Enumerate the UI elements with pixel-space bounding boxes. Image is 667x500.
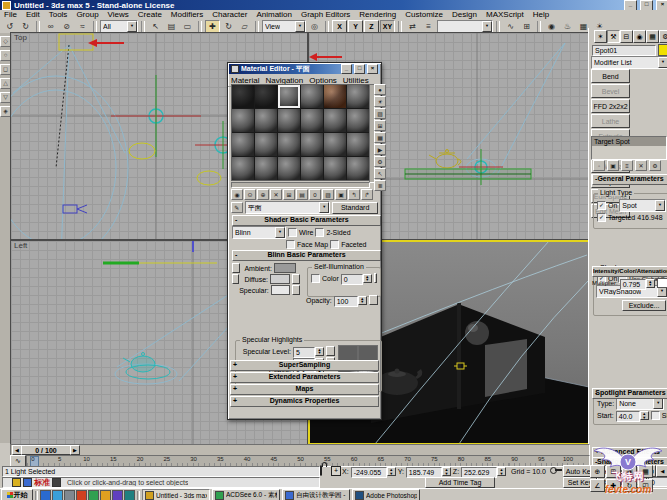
spinner-arrows[interactable]: ▲▼ [646,279,655,288]
menu-item-help[interactable]: Help [533,10,549,19]
time-slider-handle[interactable]: 0 / 100 [21,445,71,455]
axis-gizmo[interactable] [103,241,217,263]
slots-horizontal-scrollbar[interactable] [231,182,370,188]
selection-lock-icon[interactable] [320,465,322,476]
material-type-button[interactable]: Standard [332,202,378,214]
menu-item-character[interactable]: Character [212,10,247,19]
material-editor-maximize-button[interactable]: □ [354,64,365,74]
expand-icon[interactable] [595,448,601,456]
tab-create[interactable]: ✶ [594,30,607,43]
rollout-supersampling[interactable]: SuperSampling [230,360,379,371]
material-sample-slot[interactable] [301,133,323,156]
modifier-stack-list[interactable]: Target Spot [591,136,667,160]
internet-explorer-icon[interactable] [40,490,51,500]
time-slider-right-arrow[interactable]: ▶ [70,445,80,455]
material-editor-minimize-button[interactable]: _ [341,64,352,74]
lock-ambient-diffuse-button[interactable] [232,263,240,273]
taskbar-task-acdsee-6-0[interactable]: ACDSee 6.0 - 素材 [212,489,280,500]
collapse-icon[interactable] [595,267,601,275]
absolute-offset-toggle-icon[interactable]: + [331,466,341,476]
taskbar-task-[interactable]: 自由设计教学园 - ... [282,489,350,500]
make-material-copy-icon[interactable]: ⊞ [283,189,295,200]
expand-icon[interactable] [233,361,239,369]
menu-item-tools[interactable]: Tools [49,10,68,19]
light-color-swatch[interactable] [657,278,667,288]
collapse-icon[interactable] [235,216,241,224]
collapse-icon[interactable] [595,458,601,465]
checkbox-box[interactable] [288,228,297,237]
rollout-intensity-color-attenuation[interactable]: Intensity/Color/Attenuation [592,266,667,277]
sample-type-icon[interactable]: ● [374,84,386,95]
go-to-parent-icon[interactable]: ↰ [348,189,360,200]
material-sample-slot[interactable] [347,85,369,108]
expand-icon[interactable] [233,373,239,381]
stack-item-target-spot[interactable]: Target Spot [592,137,666,146]
material-sample-slot[interactable] [301,157,323,180]
material-sample-slot[interactable] [278,157,300,180]
dropdown-arrow-icon[interactable]: ▼ [655,200,665,211]
object-name-field[interactable]: Spot01 [592,45,656,56]
material-sample-slot[interactable] [232,133,254,156]
taskbar-task-adobe-photoshop[interactable]: Adobe Photoshop [352,489,420,500]
material-sample-slot[interactable] [324,85,346,108]
targeted-checkbox[interactable]: ✓Targeted [597,213,635,222]
material-sample-slot[interactable] [232,157,254,180]
spinner-value-field[interactable]: 100 [334,296,358,307]
light-on-checkbox[interactable]: ✓On [597,201,617,210]
collapse-icon[interactable] [595,175,601,183]
close-button[interactable]: × [656,0,667,11]
object-color-swatch[interactable] [658,44,667,56]
video-color-check-icon[interactable]: ▦ [374,132,386,143]
self-illum-map-button[interactable] [374,273,377,283]
minimize-button[interactable]: _ [624,0,637,11]
menu-item-group[interactable]: Group [76,10,98,19]
rollout-maps[interactable]: Maps [230,384,379,395]
checkbox-box[interactable]: ✓ [597,201,606,210]
checkbox-box[interactable] [286,240,295,249]
move-axis-arrow[interactable] [309,53,342,61]
acdsee-quicklaunch-icon[interactable] [88,490,99,500]
spinner-value-field[interactable]: 0 [341,274,363,285]
dropdown-arrow-icon[interactable]: ▼ [653,398,663,409]
specular-level-map-button[interactable] [326,346,335,356]
spinner-down-icon[interactable]: ▼ [364,278,371,282]
material-sample-slot[interactable] [324,133,346,156]
menu-item-rendering[interactable]: Rendering [359,10,396,19]
menu-item-graph-editors[interactable]: Graph Editors [301,10,350,19]
rollout-extended-parameters[interactable]: Extended Parameters [230,372,379,383]
capture-tool-icon[interactable] [23,478,32,487]
menu-item-file[interactable]: File [4,10,17,19]
modifier-button-lathe[interactable]: Lathe [591,114,630,128]
spinner-value-field[interactable]: -249.055 [351,467,387,478]
checkbox-box[interactable] [330,240,339,249]
decay-show-checkbox[interactable]: Show [651,411,667,420]
tab-utilities[interactable]: ⚙ [659,30,667,43]
winamp-icon[interactable] [124,490,135,500]
wire-checkbox[interactable]: Wire [288,228,313,237]
tab-display[interactable]: ▦ [646,30,659,43]
specular-color-swatch[interactable] [271,285,290,295]
material-editor-titlebar[interactable]: Material Editor - 平面 _ □ × [229,64,380,74]
min-max-toggle-icon[interactable]: ◰ [638,479,653,492]
spinner-down-icon[interactable]: ▼ [316,351,323,355]
camera-object[interactable] [63,205,87,213]
rollout-dynamics-properties[interactable]: Dynamics Properties [230,396,379,407]
diffuse-color-swatch[interactable] [270,274,290,284]
viewport-left-label[interactable]: Left [14,241,27,250]
material-name-dropdown[interactable]: 平面 ▼ [245,201,331,214]
x-coordinate-spinner[interactable]: -249.055▲▼ [351,467,396,476]
capture-tool-icon[interactable] [52,478,61,487]
spinner-arrows[interactable]: ▲▼ [442,467,451,476]
pick-material-icon[interactable]: ✎ [231,202,243,213]
ambient-color-swatch[interactable] [274,263,296,273]
material-sample-slot[interactable] [324,157,346,180]
expand-icon[interactable] [233,397,239,405]
material-sample-slot[interactable] [347,133,369,156]
spinner-down-icon[interactable]: ▼ [498,472,505,476]
menu-item-edit[interactable]: Edit [26,10,40,19]
diffuse-map-button[interactable] [292,274,300,284]
menu-item-design[interactable]: Design [452,10,477,19]
spinner-down-icon[interactable]: ▼ [359,300,366,304]
zoom-extents-all-icon[interactable]: ▦ [638,465,653,478]
spinner-arrows[interactable]: ▲▼ [387,467,396,476]
